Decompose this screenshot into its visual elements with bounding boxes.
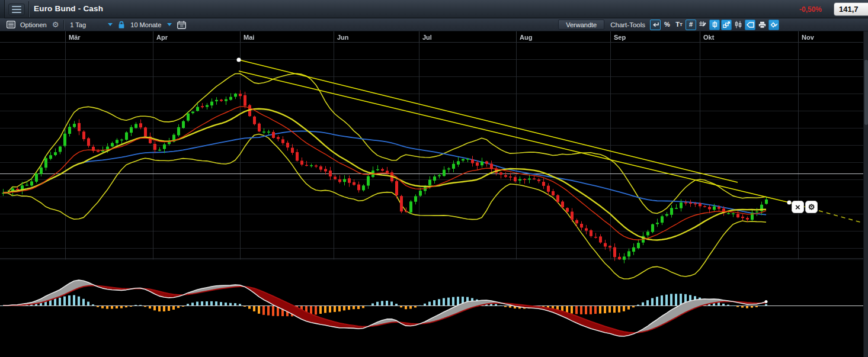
menu-icon[interactable] xyxy=(8,4,25,15)
tool-undo-icon[interactable] xyxy=(650,20,661,30)
title-bar: Euro Bund - Cash -0,50% 141,7 xyxy=(0,0,868,18)
calendar-icon[interactable] xyxy=(177,18,186,31)
tool-chart-settings-icon[interactable] xyxy=(768,20,779,30)
change-percent: -0,50% xyxy=(799,5,822,14)
scrollbar-thumb[interactable] xyxy=(864,60,868,125)
options-label: Optionen xyxy=(20,21,47,28)
options-gear-icon[interactable]: ⚙ xyxy=(52,18,59,31)
tool-print-icon[interactable] xyxy=(757,20,767,30)
legend-icon[interactable] xyxy=(7,18,15,31)
toolbar-left-group: Optionen ⚙ 1 Tag 10 Monate xyxy=(0,18,186,31)
trendline-delete-button[interactable]: × xyxy=(792,201,804,213)
chart-tools-label: Chart-Tools xyxy=(610,21,645,28)
range-value: 10 Monate xyxy=(130,21,161,28)
right-scrollbar[interactable] xyxy=(863,31,868,357)
tool-candlestick-type-icon[interactable] xyxy=(709,20,720,30)
chart-toolbar: Optionen ⚙ 1 Tag 10 Monate Verwandte xyxy=(0,18,868,31)
tool-callout-icon[interactable] xyxy=(745,20,755,30)
tool-percent-icon[interactable]: % xyxy=(662,20,672,30)
lock-icon[interactable] xyxy=(118,18,125,31)
last-price-box: 141,7 xyxy=(834,2,868,16)
chart-area: MärAprMaiJunJulAugSepOktNov × ⚙ xyxy=(0,31,868,357)
interval-value: 1 Tag xyxy=(70,21,86,28)
tool-draw-grid-icon[interactable] xyxy=(697,20,708,30)
tool-text-size-icon[interactable]: TT xyxy=(674,20,684,30)
left-edge-strip xyxy=(0,0,5,18)
chevron-down-icon xyxy=(167,23,172,26)
interval-dropdown[interactable]: 1 Tag xyxy=(70,18,113,31)
trendline-settings-button[interactable]: ⚙ xyxy=(805,201,818,213)
divider xyxy=(28,1,29,17)
divider xyxy=(63,20,64,30)
tool-grid-icon[interactable]: # xyxy=(686,20,696,30)
tool-layout-icon[interactable] xyxy=(721,20,732,30)
toolbar-right-group: Verwandte Chart-Tools %TT# xyxy=(558,18,779,31)
range-dropdown[interactable]: 10 Monate xyxy=(130,18,172,31)
chevron-down-icon xyxy=(108,23,113,26)
instrument-title: Euro Bund - Cash xyxy=(34,4,103,13)
chart-tools-group: %TT# xyxy=(650,20,779,30)
price-chart-canvas[interactable] xyxy=(0,31,868,357)
trading-app-window: Euro Bund - Cash -0,50% 141,7 Optionen ⚙… xyxy=(0,0,868,357)
options-button[interactable]: Optionen xyxy=(20,18,47,31)
related-button[interactable]: Verwandte xyxy=(558,20,604,30)
tool-indicators-icon[interactable] xyxy=(733,20,744,30)
